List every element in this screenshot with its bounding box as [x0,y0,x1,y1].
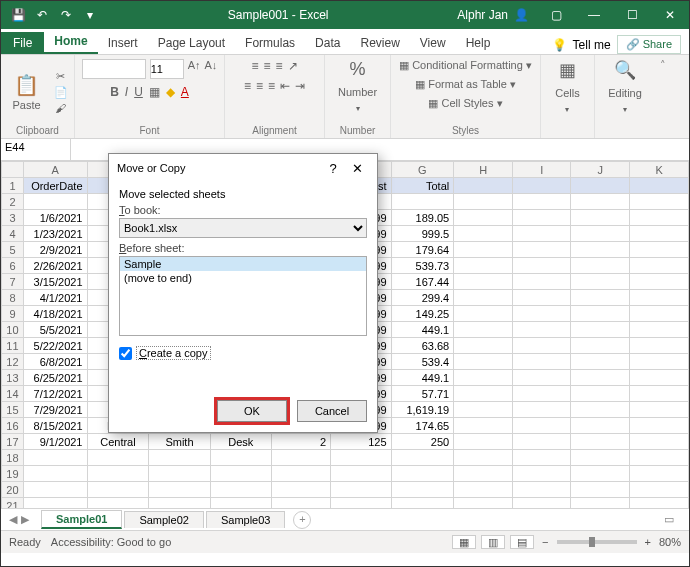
cell-H18[interactable] [454,450,513,466]
cell-A21[interactable] [23,498,87,510]
cell-H9[interactable] [454,306,513,322]
cell-H5[interactable] [454,242,513,258]
cell-E19[interactable] [271,466,330,482]
cell-H13[interactable] [454,370,513,386]
view-page-break-icon[interactable]: ▤ [510,535,534,549]
cell-A3[interactable]: 1/6/2021 [23,210,87,226]
ok-button[interactable]: OK [217,400,287,422]
cell-G5[interactable]: 179.64 [391,242,454,258]
increase-font-icon[interactable]: A↑ [188,59,201,79]
autosave-icon[interactable]: 💾 [9,6,27,24]
cell-J21[interactable] [571,498,630,510]
row-header-17[interactable]: 17 [2,434,24,450]
cell-I17[interactable] [513,434,571,450]
cell-E20[interactable] [271,482,330,498]
row-header-10[interactable]: 10 [2,322,24,338]
tab-insert[interactable]: Insert [98,32,148,54]
orientation-icon[interactable]: ↗ [288,59,298,73]
cell-K14[interactable] [630,386,689,402]
cell-H19[interactable] [454,466,513,482]
cell-H15[interactable] [454,402,513,418]
align-bottom-icon[interactable]: ≡ [276,59,283,73]
cell-H14[interactable] [454,386,513,402]
cell-J1[interactable] [571,178,630,194]
col-header-H[interactable]: H [454,162,513,178]
cell-K4[interactable] [630,226,689,242]
row-header-1[interactable]: 1 [2,178,24,194]
cell-K1[interactable] [630,178,689,194]
tab-help[interactable]: Help [456,32,501,54]
cell-G20[interactable] [391,482,454,498]
cell-F19[interactable] [331,466,391,482]
cell-G12[interactable]: 539.4 [391,354,454,370]
row-header-14[interactable]: 14 [2,386,24,402]
cell-A19[interactable] [23,466,87,482]
view-normal-icon[interactable]: ▦ [452,535,476,549]
editing-button[interactable]: 🔍 Editing▾ [608,59,642,125]
cell-styles-button[interactable]: ▦ Cell Styles ▾ [428,97,502,110]
cell-H12[interactable] [454,354,513,370]
align-top-icon[interactable]: ≡ [251,59,258,73]
cell-K15[interactable] [630,402,689,418]
cells-button[interactable]: ▦ Cells▾ [555,59,579,125]
cell-F20[interactable] [331,482,391,498]
cell-C17[interactable]: Smith [149,434,210,450]
tab-data[interactable]: Data [305,32,350,54]
cell-A16[interactable]: 8/15/2021 [23,418,87,434]
cell-D19[interactable] [210,466,271,482]
cell-J19[interactable] [571,466,630,482]
cell-K19[interactable] [630,466,689,482]
cell-A18[interactable] [23,450,87,466]
cell-B19[interactable] [87,466,149,482]
cell-H17[interactable] [454,434,513,450]
font-color-icon[interactable]: A [181,85,189,99]
cancel-button[interactable]: Cancel [297,400,367,422]
row-header-11[interactable]: 11 [2,338,24,354]
cell-A7[interactable]: 3/15/2021 [23,274,87,290]
cell-H1[interactable] [454,178,513,194]
row-header-5[interactable]: 5 [2,242,24,258]
cell-I6[interactable] [513,258,571,274]
cell-D21[interactable] [210,498,271,510]
sheet-nav-next-icon[interactable]: ▶ [21,513,29,526]
row-header-16[interactable]: 16 [2,418,24,434]
cell-H21[interactable] [454,498,513,510]
cell-F18[interactable] [331,450,391,466]
cell-I8[interactable] [513,290,571,306]
align-center-icon[interactable]: ≡ [256,79,263,93]
cell-A14[interactable]: 7/12/2021 [23,386,87,402]
view-page-layout-icon[interactable]: ▥ [481,535,505,549]
cell-A13[interactable]: 6/25/2021 [23,370,87,386]
cell-K9[interactable] [630,306,689,322]
share-button[interactable]: 🔗 Share [617,35,681,54]
cell-G11[interactable]: 63.68 [391,338,454,354]
name-box[interactable]: E44 [1,139,71,160]
cell-A11[interactable]: 5/22/2021 [23,338,87,354]
cell-J14[interactable] [571,386,630,402]
cell-H6[interactable] [454,258,513,274]
cell-A1[interactable]: OrderDate [23,178,87,194]
cell-I16[interactable] [513,418,571,434]
tab-review[interactable]: Review [350,32,409,54]
align-left-icon[interactable]: ≡ [244,79,251,93]
cell-I21[interactable] [513,498,571,510]
cell-K13[interactable] [630,370,689,386]
ribbon-display-icon[interactable]: ▢ [537,1,575,29]
cell-E21[interactable] [271,498,330,510]
cell-H2[interactable] [454,194,513,210]
cell-K16[interactable] [630,418,689,434]
sheet-tab-Sample01[interactable]: Sample01 [41,510,122,529]
zoom-out-icon[interactable]: − [542,536,548,548]
cell-J20[interactable] [571,482,630,498]
row-header-2[interactable]: 2 [2,194,24,210]
row-header-6[interactable]: 6 [2,258,24,274]
format-as-table-button[interactable]: ▦ Format as Table ▾ [415,78,516,91]
cell-J16[interactable] [571,418,630,434]
cell-A12[interactable]: 6/8/2021 [23,354,87,370]
cell-I4[interactable] [513,226,571,242]
to-book-select[interactable]: Book1.xlsx [119,218,367,238]
tab-file[interactable]: File [1,32,44,54]
cell-K5[interactable] [630,242,689,258]
format-painter-icon[interactable]: 🖌 [53,101,69,115]
cell-K12[interactable] [630,354,689,370]
